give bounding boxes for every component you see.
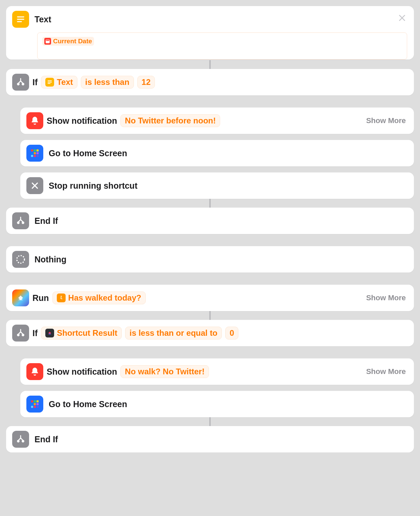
stop-action-card[interactable]: Stop running shortcut <box>20 172 414 199</box>
svg-rect-33 <box>31 403 33 405</box>
svg-point-26 <box>17 256 25 263</box>
branch-icon <box>12 74 29 91</box>
notification-action-card-2[interactable]: Show notification No walk? No Twitter! S… <box>20 358 414 385</box>
show-more-button[interactable]: Show More <box>366 116 408 125</box>
svg-point-28 <box>18 334 19 336</box>
branch-icon <box>12 325 29 342</box>
if-operator-pill[interactable]: is less than <box>81 76 134 89</box>
connector <box>209 417 211 426</box>
home-title: Go to Home Screen <box>49 148 127 158</box>
nothing-action-card[interactable]: Nothing <box>6 246 414 273</box>
svg-point-9 <box>22 84 24 85</box>
bell-icon <box>26 363 43 380</box>
walk-icon <box>57 294 66 302</box>
svg-rect-20 <box>34 155 36 157</box>
text-action-card[interactable]: Text Current Date <box>6 6 414 60</box>
close-square-icon <box>26 177 43 194</box>
notification-title: Show notification <box>47 116 117 126</box>
text-input-area[interactable]: Current Date <box>37 32 407 60</box>
svg-rect-32 <box>37 400 39 402</box>
notification2-message-pill[interactable]: No walk? No Twitter! <box>120 365 209 378</box>
notification-message-pill[interactable]: No Twitter before noon! <box>120 114 220 127</box>
if2-label: If <box>32 328 38 338</box>
show-more-button[interactable]: Show More <box>366 294 408 302</box>
connector <box>209 311 211 320</box>
endif2-title: End If <box>34 435 58 444</box>
run-title: Run <box>32 293 49 303</box>
svg-point-40 <box>22 441 24 442</box>
home-screen-action-card-2[interactable]: Go to Home Screen <box>20 391 414 417</box>
end-if-card-2[interactable]: End If <box>6 426 414 452</box>
endif-title: End If <box>34 216 58 226</box>
svg-rect-31 <box>34 400 36 402</box>
if2-variable-label: Shortcut Result <box>57 328 117 338</box>
svg-rect-36 <box>31 406 33 408</box>
branch-icon <box>12 431 29 448</box>
text-action-title: Text <box>34 15 51 24</box>
svg-point-29 <box>22 334 24 336</box>
svg-rect-17 <box>34 152 36 154</box>
svg-point-24 <box>18 222 19 224</box>
close-icon[interactable] <box>398 14 406 22</box>
shortcuts-icon <box>45 329 54 337</box>
bell-icon <box>26 112 43 129</box>
end-if-card[interactable]: End If <box>6 208 414 234</box>
svg-rect-15 <box>37 149 39 151</box>
if-action-card[interactable]: If Text is less than 12 <box>6 69 414 95</box>
run-shortcut-pill[interactable]: Has walked today? <box>52 291 146 304</box>
show-more-button[interactable]: Show More <box>366 367 408 376</box>
if-action-card-2[interactable]: If Shortcut Result is less than or equal… <box>6 320 414 346</box>
svg-point-25 <box>22 222 24 224</box>
branch-icon <box>12 212 29 229</box>
svg-rect-38 <box>37 406 39 408</box>
if2-value-pill[interactable]: 0 <box>225 327 238 339</box>
run-shortcut-label: Has walked today? <box>68 293 141 303</box>
notification-action-card[interactable]: Show notification No Twitter before noon… <box>20 108 414 134</box>
svg-rect-21 <box>37 155 39 157</box>
if2-operator-pill[interactable]: is less than or equal to <box>125 327 222 339</box>
if-value-pill[interactable]: 12 <box>137 76 155 89</box>
if-variable-label: Text <box>57 77 73 87</box>
notification2-title: Show notification <box>47 367 117 377</box>
text-icon <box>12 11 29 28</box>
current-date-token[interactable]: Current Date <box>42 37 94 46</box>
svg-point-8 <box>18 84 19 85</box>
home-screen-action-card[interactable]: Go to Home Screen <box>20 140 414 166</box>
svg-point-27 <box>61 296 62 297</box>
home2-title: Go to Home Screen <box>49 399 127 409</box>
svg-rect-13 <box>31 149 33 151</box>
nothing-icon <box>12 251 29 268</box>
connector <box>209 60 211 69</box>
nothing-title: Nothing <box>34 255 66 264</box>
current-date-token-label: Current Date <box>53 38 92 45</box>
svg-rect-37 <box>34 406 36 408</box>
if-variable-pill[interactable]: Text <box>41 76 77 89</box>
home-grid-icon <box>26 396 43 413</box>
svg-rect-16 <box>31 152 33 154</box>
svg-rect-14 <box>34 149 36 151</box>
if2-variable-pill[interactable]: Shortcut Result <box>41 327 122 339</box>
svg-rect-18 <box>37 152 39 154</box>
svg-rect-35 <box>37 403 39 405</box>
stop-title: Stop running shortcut <box>49 181 137 191</box>
svg-rect-34 <box>34 403 36 405</box>
svg-point-39 <box>18 441 19 442</box>
shortcuts-app-icon <box>12 289 29 306</box>
calendar-icon <box>44 38 51 45</box>
text-icon <box>45 78 54 87</box>
svg-rect-19 <box>31 155 33 157</box>
connector <box>209 199 211 208</box>
home-grid-icon <box>26 145 43 162</box>
svg-rect-30 <box>31 400 33 402</box>
run-shortcut-card[interactable]: Run Has walked today? Show More <box>6 285 414 311</box>
if-label: If <box>32 77 38 87</box>
